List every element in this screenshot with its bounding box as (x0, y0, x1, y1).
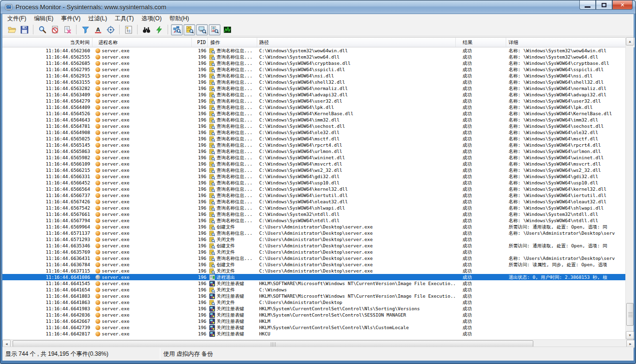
cell-time: 11:16:44.6642667 (2, 318, 93, 324)
menu-item-edit[interactable]: 编辑(E) (30, 14, 57, 24)
event-row[interactable]: 11:16:44.6565145server.exe196查询名称信息...C:… (2, 142, 626, 148)
event-row[interactable]: 11:16:44.6642036server.exe196关闭注册表键HKLM\… (2, 312, 626, 318)
capture-toggle[interactable] (36, 24, 48, 35)
process-name: server.exe (102, 85, 129, 91)
cell-time: 11:16:44.6635769 (2, 249, 93, 255)
file-op-icon (209, 161, 215, 167)
event-row[interactable]: 11:16:44.6637115server.exe196关闭文件C:\User… (2, 268, 626, 274)
cell-process: server.exe (93, 217, 192, 224)
menu-item-options[interactable]: 选项(O) (138, 14, 165, 24)
title-bar[interactable]: Process Monitor - Sysinternals: www.sysi… (0, 0, 636, 14)
event-row[interactable]: 11:16:44.6566564server.exe196查询名称信息...C:… (2, 186, 626, 192)
save-button[interactable] (18, 24, 30, 35)
vertical-scroll-thumb[interactable] (626, 303, 634, 326)
event-row[interactable]: 11:16:44.6641983server.exe196关闭注册表键HKLM\… (2, 305, 626, 312)
include-process-button[interactable] (105, 24, 116, 35)
scroll-up-button[interactable]: ▲ (626, 37, 634, 46)
jump-to-button[interactable] (153, 24, 165, 35)
event-row[interactable]: 11:16:44.6564409server.exe196查询名称信息...C:… (2, 104, 626, 110)
operation-name: 创建文件 (217, 261, 235, 268)
event-row[interactable]: 11:16:44.6562795server.exe196查询名称信息...C:… (2, 66, 626, 73)
open-button[interactable] (6, 24, 17, 35)
event-row[interactable]: 11:16:44.6642817server.exe196关闭注册表键HKCU成… (2, 331, 626, 337)
scroll-down-button[interactable]: ▼ (626, 331, 634, 339)
minimize-button[interactable] (579, 0, 596, 10)
event-row[interactable]: 11:16:44.6562360server.exe196查询名称信息...C:… (2, 47, 626, 54)
cell-detail: 名称: \Windows\SysWOW64\gdi32.dll (506, 173, 626, 180)
cell-path: C:\Windows\SysWOW64\cryptbase.dll (257, 60, 456, 66)
autoscroll-toggle[interactable] (49, 24, 61, 35)
show-profiling-toggle[interactable] (221, 24, 233, 35)
event-row[interactable]: 11:16:44.6569964server.exe196创建文件C:\User… (2, 224, 626, 230)
event-row[interactable]: 11:16:44.6641863server.exe196关闭文件C:\User… (2, 299, 626, 305)
show-process-toggle[interactable] (209, 24, 220, 35)
vertical-scrollbar[interactable]: ▲ ▼ (625, 37, 634, 339)
event-row[interactable]: 11:16:44.6642667server.exe196关闭注册表键HKLM成… (2, 318, 626, 324)
process-name: server.exe (102, 236, 129, 243)
event-row[interactable]: 11:16:44.6641086server.exe196进程退出成功退出状态:… (2, 274, 626, 280)
menu-item-file[interactable]: 文件(F) (3, 14, 30, 24)
event-row[interactable]: 11:16:44.6564526server.exe196查询名称信息...C:… (2, 110, 626, 117)
find-button[interactable] (140, 24, 152, 35)
column-header-path[interactable]: 路径 (257, 38, 456, 47)
column-header-pid[interactable]: PID (192, 38, 208, 47)
app-icon[interactable] (5, 3, 13, 11)
menu-item-help[interactable]: 帮助(H) (166, 14, 193, 24)
highlight-button[interactable]: A (92, 24, 104, 35)
menu-item-filter[interactable]: 过滤(L) (84, 14, 111, 24)
process-tree-button[interactable] (123, 24, 134, 35)
maximize-button[interactable] (596, 0, 612, 10)
event-row[interactable]: 11:16:44.6565863server.exe196查询名称信息...C:… (2, 148, 626, 154)
event-row[interactable]: 11:16:44.6635346server.exe196创建文件C:\User… (2, 243, 626, 249)
column-header-detail[interactable]: 详细 (506, 38, 626, 47)
event-row[interactable]: 11:16:44.6565982server.exe196查询名称信息...C:… (2, 154, 626, 161)
event-row[interactable]: 11:16:44.6571137server.exe196查询名称信息...C:… (2, 230, 626, 236)
event-row[interactable]: 11:16:44.6566737server.exe196查询名称信息...C:… (2, 192, 626, 198)
event-row[interactable]: 11:16:44.6566452server.exe196查询名称信息...C:… (2, 180, 626, 186)
event-row[interactable]: 11:16:44.6564781server.exe196查询名称信息...C:… (2, 123, 626, 129)
cell-path: C:\Windows\SysWOW64\rpcrt4.dll (257, 142, 456, 148)
event-row[interactable]: 11:16:44.6642739server.exe196关闭注册表键HKLM\… (2, 324, 626, 331)
event-row[interactable]: 11:16:44.6562915server.exe196查询名称信息...C:… (2, 73, 626, 79)
event-row[interactable]: 11:16:44.6641545server.exe196关闭注册表键HKLM\… (2, 280, 626, 287)
show-registry-toggle[interactable] (171, 24, 183, 35)
filter-button[interactable] (79, 24, 91, 35)
show-filesystem-toggle[interactable] (184, 24, 195, 35)
event-row[interactable]: 11:16:44.6636784server.exe196创建文件C:\User… (2, 261, 626, 268)
event-row[interactable]: 11:16:44.6563155server.exe196查询名称信息...C:… (2, 79, 626, 85)
process-name: server.exe (102, 73, 129, 79)
show-network-toggle[interactable] (196, 24, 208, 35)
event-row[interactable]: 11:16:44.6565025server.exe196查询名称信息...C:… (2, 136, 626, 142)
close-button[interactable]: ✕ (612, 0, 633, 10)
event-row[interactable]: 11:16:44.6635769server.exe196关闭文件C:\User… (2, 249, 626, 255)
operation-name: 查询名称信息... (217, 117, 252, 123)
event-row[interactable]: 11:16:44.6562555server.exe196查询名称信息...C:… (2, 54, 626, 60)
cell-process: server.exe (93, 129, 192, 136)
event-row[interactable]: 11:16:44.6566109server.exe196查询名称信息...C:… (2, 161, 626, 167)
event-row[interactable]: 11:16:44.6571293server.exe196关闭文件C:\User… (2, 236, 626, 243)
event-row[interactable]: 11:16:44.6567426server.exe196查询名称信息...C:… (2, 198, 626, 205)
event-row[interactable]: 11:16:44.6562685server.exe196查询名称信息...C:… (2, 60, 626, 66)
column-header-process[interactable]: 进程名称 (93, 38, 192, 47)
event-row[interactable]: 11:16:44.6563409server.exe196查询名称信息...C:… (2, 91, 626, 98)
menu-item-tools[interactable]: 工具(T) (111, 14, 138, 24)
event-row[interactable]: 11:16:44.6567661server.exe196查询名称信息...C:… (2, 211, 626, 217)
column-header-operation[interactable]: 操作 (208, 38, 257, 47)
column-header-result[interactable]: 结果 (456, 38, 506, 47)
event-row[interactable]: 11:16:44.6641654server.exe196关闭文件C:\Wind… (2, 287, 626, 293)
event-row[interactable]: 11:16:44.6567542server.exe196查询名称信息...C:… (2, 205, 626, 211)
event-row[interactable]: 11:16:44.6636431server.exe196查询名称信息...C:… (2, 255, 626, 261)
column-header-time[interactable]: 当天时间 (2, 38, 93, 47)
event-row[interactable]: 11:16:44.6564643server.exe196查询名称信息...C:… (2, 117, 626, 123)
menu-item-event[interactable]: 事件(V) (57, 14, 84, 24)
event-row[interactable]: 11:16:44.6567794server.exe196查询名称信息...C:… (2, 217, 626, 224)
clear-button[interactable] (62, 24, 73, 35)
event-row[interactable]: 11:16:44.6563282server.exe196查询名称信息...C:… (2, 85, 626, 91)
event-row[interactable]: 11:16:44.6564908server.exe196查询名称信息...C:… (2, 129, 626, 136)
event-row[interactable]: 11:16:44.6564279server.exe196查询名称信息...C:… (2, 98, 626, 104)
event-row[interactable]: 11:16:44.6641803server.exe196关闭注册表键HKLM\… (2, 293, 626, 299)
cell-time: 11:16:44.6563282 (2, 85, 93, 91)
file-op-icon (209, 224, 215, 230)
event-row[interactable]: 11:16:44.6566331server.exe196查询名称信息...C:… (2, 173, 626, 180)
event-row[interactable]: 11:16:44.6566215server.exe196查询名称信息...C:… (2, 167, 626, 173)
